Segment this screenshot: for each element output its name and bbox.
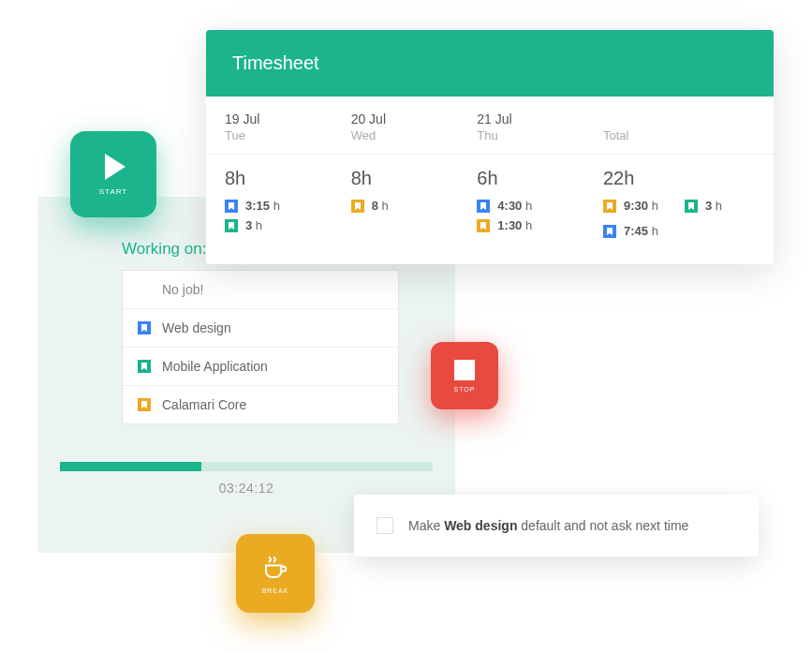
start-label: START [99, 187, 127, 196]
timesheet-date: 19 Jul [225, 111, 314, 126]
timesheet-title: Timesheet [206, 30, 774, 96]
progress-fill [60, 462, 201, 471]
timesheet-col-body: 8h 8 h [332, 155, 459, 264]
timesheet-date: 21 Jul [477, 111, 566, 126]
elapsed-time: 03:24:12 [60, 481, 433, 496]
break-button[interactable]: BREAK [236, 534, 315, 613]
job-label: Calamari Core [162, 397, 246, 412]
job-label: No job! [162, 282, 203, 297]
timesheet-day: Wed [351, 128, 440, 142]
timesheet-entry: 1:30 h [477, 218, 566, 232]
progress-bar [60, 462, 433, 471]
stop-button[interactable]: STOP [431, 342, 498, 409]
timesheet-panel: Timesheet 19 Jul Tue 20 Jul Wed 21 Jul T… [206, 30, 774, 264]
timesheet-entry: 7:45 h [603, 224, 658, 238]
default-prompt-text: Make Web design default and not ask next… [408, 518, 688, 533]
timesheet-col-body: 8h 3:15 h3 h [206, 155, 332, 264]
timesheet-day: Tue [225, 128, 314, 142]
timesheet-entry: 4:30 h [477, 199, 566, 213]
timesheet-date: 20 Jul [351, 111, 440, 126]
timesheet-hours: 8h [351, 168, 440, 189]
timesheet-total-hours: 22h [603, 168, 755, 189]
bookmark-icon [225, 219, 238, 232]
bookmark-icon [225, 200, 238, 213]
job-list: No job!Web designMobile ApplicationCalam… [122, 270, 399, 424]
timesheet-col-header: 19 Jul Tue [206, 96, 332, 155]
timesheet-col-header: 21 Jul Thu [458, 96, 584, 155]
break-label: BREAK [262, 587, 289, 594]
timesheet-hours: 6h [477, 168, 566, 189]
timesheet-entry: 8 h [351, 199, 440, 213]
bookmark-icon [477, 200, 490, 213]
timesheet-total-header: Total [584, 96, 774, 155]
start-button[interactable]: START [70, 131, 156, 217]
bookmark-icon [603, 200, 616, 213]
job-item[interactable]: Calamari Core [123, 386, 398, 423]
bookmark-icon [138, 321, 151, 334]
bookmark-icon [477, 219, 490, 232]
timesheet-entry: 3 h [685, 199, 722, 213]
timesheet-entry: 3 h [225, 218, 314, 232]
timesheet-entry: 3:15 h [225, 199, 314, 213]
default-checkbox[interactable] [376, 517, 393, 534]
cup-icon [261, 554, 289, 582]
timesheet-entry: 9:30 h [603, 199, 658, 213]
bookmark-icon [603, 225, 616, 238]
bookmark-icon [685, 200, 698, 213]
bookmark-icon [138, 398, 151, 411]
job-label: Web design [162, 320, 231, 335]
bookmark-icon [351, 200, 364, 213]
job-item[interactable]: Web design [123, 309, 398, 348]
timesheet-total-label: Total [603, 128, 755, 142]
timesheet-day: Thu [477, 128, 566, 142]
timesheet-hours: 8h [225, 168, 314, 189]
play-icon [105, 154, 125, 180]
timesheet-total-body: 22h 9:30 h7:45 h3 h [584, 155, 774, 264]
job-item-none[interactable]: No job! [123, 271, 398, 309]
stop-label: STOP [454, 386, 476, 393]
bookmark-icon [138, 360, 151, 373]
timesheet-col-body: 6h 4:30 h1:30 h [458, 155, 584, 264]
stop-icon [454, 360, 475, 380]
timesheet-col-header: 20 Jul Wed [332, 96, 459, 155]
job-label: Mobile Application [162, 359, 268, 374]
job-item[interactable]: Mobile Application [123, 348, 398, 386]
default-prompt-panel: Make Web design default and not ask next… [354, 495, 759, 557]
